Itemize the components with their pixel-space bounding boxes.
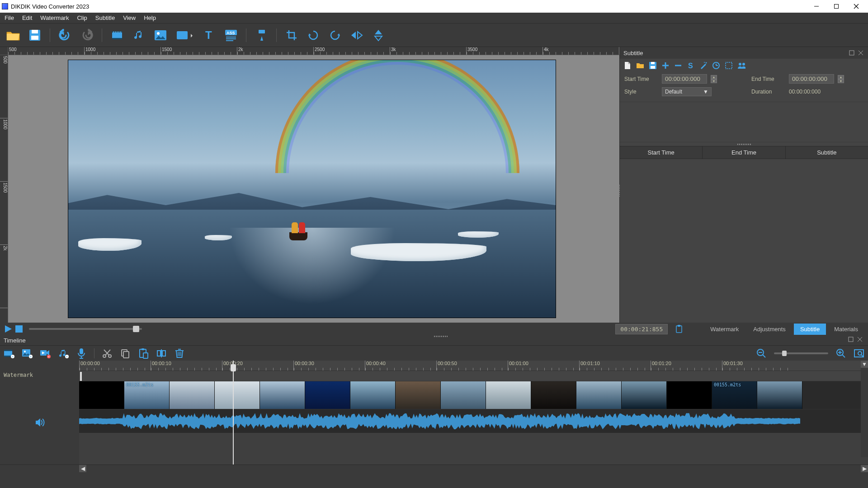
add-icon[interactable] (661, 61, 670, 70)
mic-icon[interactable] (76, 348, 87, 359)
style-select[interactable]: Default▼ (662, 87, 712, 96)
maximize-button[interactable] (826, 0, 846, 13)
seek-slider[interactable] (29, 328, 142, 330)
flip-h-icon[interactable] (349, 28, 364, 43)
scroll-right-icon[interactable]: ▶ (861, 465, 868, 472)
zoom-in-icon[interactable] (835, 348, 846, 359)
text-icon[interactable]: T (202, 28, 217, 43)
video-thumbnail[interactable] (260, 381, 305, 409)
remove-icon[interactable] (674, 61, 682, 70)
zoom-fit-icon[interactable] (854, 348, 864, 359)
image-icon[interactable] (153, 28, 168, 43)
copy-icon[interactable] (120, 348, 131, 359)
video-thumbnail[interactable] (622, 381, 667, 409)
video-thumbnail[interactable] (486, 381, 531, 409)
menu-view[interactable]: View (123, 14, 136, 21)
tab-subtitle[interactable]: Subtitle (794, 324, 826, 335)
film-icon[interactable] (109, 28, 125, 43)
audio-add-icon[interactable]: + (58, 348, 69, 359)
subtitle-text-area[interactable] (620, 102, 868, 142)
ass-subtitle-icon[interactable]: ASS (223, 28, 239, 43)
end-time-input[interactable] (789, 74, 834, 84)
playhead[interactable] (233, 361, 234, 465)
tab-materials[interactable]: Materials (828, 324, 864, 335)
timeline-hscroll[interactable]: ◀ ▶ (0, 465, 868, 472)
stop-button[interactable] (15, 325, 23, 333)
menu-subtitle[interactable]: Subtitle (95, 14, 115, 21)
rotate-left-icon[interactable] (306, 28, 321, 43)
video-thumbnail[interactable] (215, 381, 260, 409)
delete-icon[interactable] (174, 348, 185, 359)
timeline-tracks[interactable]: 00:00:00 00:00:10 00:00:20 00:00:30 00:0… (79, 361, 868, 465)
audio-mute-icon[interactable] (0, 380, 79, 465)
video-thumbnail[interactable]: 00155.m2ts (712, 381, 757, 409)
flip-v-icon[interactable] (371, 28, 386, 43)
panel-popout-icon[interactable] (848, 49, 855, 56)
scroll-down-icon[interactable]: ▼ (861, 361, 868, 368)
audio-track[interactable] (79, 409, 868, 433)
timeline-ruler[interactable]: 00:00:00 00:00:10 00:00:20 00:00:30 00:0… (79, 361, 868, 371)
tab-adjustments[interactable]: Adjustments (747, 324, 792, 335)
menu-help[interactable]: Help (144, 14, 156, 21)
wand-icon[interactable] (699, 61, 708, 70)
preview-area[interactable]: 500 1000 1500 2k 2500 3k 3500 4k 500 100… (0, 47, 619, 323)
video-thumbnail[interactable]: 00155.m2ts (124, 381, 170, 409)
music-icon[interactable] (131, 28, 146, 43)
video-thumbnail[interactable] (441, 381, 486, 409)
open-folder-icon[interactable] (5, 28, 21, 43)
split-icon[interactable] (156, 348, 167, 359)
video-thumbnail[interactable] (576, 381, 622, 409)
redo-icon[interactable] (79, 28, 94, 43)
close-button[interactable] (846, 0, 866, 13)
paint-format-icon[interactable] (254, 28, 269, 43)
end-time-spinner[interactable]: ▲▼ (838, 75, 844, 83)
film-add-icon[interactable]: + (4, 348, 14, 359)
video-track[interactable]: 00155.m2ts00155.m2ts (79, 381, 868, 409)
menu-clip[interactable]: Clip (77, 14, 87, 21)
col-subtitle[interactable]: Subtitle (786, 146, 868, 159)
open-folder-icon[interactable] (636, 61, 644, 70)
paste-icon[interactable] (138, 348, 149, 359)
rotate-right-icon[interactable] (327, 28, 343, 43)
video-thumbnail[interactable] (79, 381, 124, 409)
panel-close-icon[interactable] (857, 49, 864, 56)
group-icon[interactable] (737, 61, 745, 70)
cut-icon[interactable] (102, 348, 113, 359)
new-file-icon[interactable] (623, 61, 632, 70)
selection-icon[interactable] (725, 61, 733, 70)
video-thumbnail[interactable] (170, 381, 215, 409)
zoom-out-icon[interactable] (756, 348, 767, 359)
subtitle-splitter[interactable] (620, 142, 868, 146)
watermark-track[interactable] (79, 371, 868, 381)
timeline-close-icon[interactable] (857, 337, 864, 344)
scroll-left-icon[interactable]: ◀ (79, 465, 86, 472)
timeline-popout-icon[interactable] (848, 337, 855, 344)
undo-icon[interactable] (57, 28, 73, 43)
tab-watermark[interactable]: Watermark (704, 324, 745, 335)
video-thumbnail[interactable] (757, 381, 802, 409)
video-add-icon[interactable]: + (40, 348, 51, 359)
rectangle-icon[interactable] (175, 28, 195, 43)
horizontal-splitter[interactable] (434, 336, 448, 337)
clipboard-icon[interactable] (675, 324, 683, 333)
s-style-icon[interactable]: S (687, 61, 695, 70)
play-button[interactable] (4, 324, 13, 333)
menu-edit[interactable]: Edit (22, 14, 32, 21)
timeline-vscroll[interactable]: ▲ ▼ (861, 361, 868, 457)
save-icon[interactable] (27, 28, 42, 43)
image-add-icon[interactable]: + (22, 348, 33, 359)
panel-resize-grip[interactable] (618, 185, 620, 197)
crop-icon[interactable] (284, 28, 299, 43)
video-thumbnail[interactable] (667, 381, 712, 409)
menu-file[interactable]: File (5, 14, 14, 21)
save-icon[interactable] (649, 61, 657, 70)
start-time-input[interactable] (662, 74, 707, 84)
video-thumbnail[interactable] (305, 381, 350, 409)
subtitle-table-body[interactable] (620, 159, 868, 323)
menu-watermark[interactable]: Watermark (40, 14, 69, 21)
video-thumbnail[interactable] (531, 381, 576, 409)
video-thumbnail[interactable] (396, 381, 441, 409)
col-end-time[interactable]: End Time (703, 146, 785, 159)
col-start-time[interactable]: Start Time (620, 146, 703, 159)
zoom-slider[interactable] (774, 352, 828, 354)
